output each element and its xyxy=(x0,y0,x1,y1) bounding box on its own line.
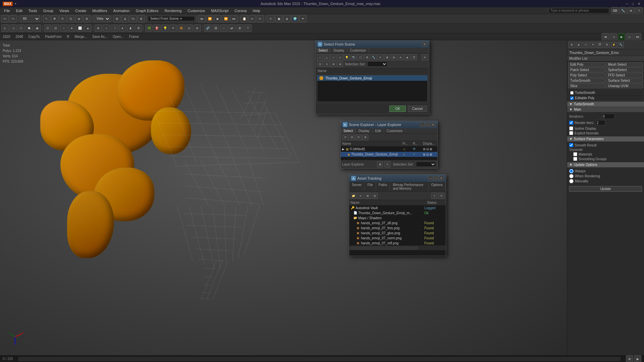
at-item-file[interactable]: 📄 Thumbs_Down_Gesture_Emoji_m... Ok xyxy=(349,210,446,216)
r2-btn-2[interactable]: ◁ xyxy=(9,24,17,32)
at-item-maps[interactable]: 📂 Maps / Shaders xyxy=(349,216,446,221)
main-sub-header[interactable]: ▼ Main xyxy=(567,107,644,112)
sfs-tb-10[interactable]: ≡ xyxy=(377,54,383,60)
update-button[interactable]: Update xyxy=(569,186,642,192)
turbosmooth-section-header[interactable]: ▼ TurboSmooth xyxy=(567,102,644,107)
move-tool[interactable]: ✥ xyxy=(51,15,58,22)
select-tool[interactable]: ↖ xyxy=(43,15,50,22)
se-minimize-btn[interactable]: ─ xyxy=(420,122,425,127)
at-tb-refresh[interactable]: ↻ xyxy=(438,193,444,199)
playback-prev-frame[interactable]: ◁ xyxy=(610,33,617,41)
editable-poly-checkbox[interactable] xyxy=(570,97,574,100)
r2-btn-10[interactable]: ⬜ xyxy=(76,24,84,32)
menu-maxscript[interactable]: MAXScript xyxy=(208,8,231,13)
at-item-refl[interactable]: ▣ hands_emoji_07_refl.png Found xyxy=(349,241,446,246)
paste-from[interactable]: PasteFrom xyxy=(45,35,61,39)
sfs-tb-4[interactable]: ◇ xyxy=(337,54,343,60)
at-menu-file[interactable]: File xyxy=(365,182,376,191)
ffd-select-btn[interactable]: FFD Select xyxy=(606,73,643,78)
sfs-tb-1[interactable]: ○ xyxy=(317,54,323,60)
sfs-ok-button[interactable]: OK xyxy=(389,106,406,112)
search-input[interactable] xyxy=(549,8,609,13)
rendering-2[interactable]: ◈ xyxy=(283,15,290,22)
r2-btn-7[interactable]: ⊟ xyxy=(52,24,59,32)
menu-create[interactable]: Create xyxy=(72,8,89,13)
sfs-tb-13[interactable]: A xyxy=(397,54,404,60)
at-menu-server[interactable]: Server xyxy=(349,182,365,191)
anim-btn-1[interactable]: ⏮ xyxy=(198,15,205,22)
se-maximize-btn[interactable]: □ xyxy=(425,122,430,127)
anim-btn-3[interactable]: ▶ xyxy=(214,15,221,22)
se-tb-add[interactable]: ⊕ xyxy=(362,134,368,140)
at-menu-bitmap[interactable]: Bitmap Performance and Memory xyxy=(390,182,428,191)
se-footer-btn-1[interactable]: ⊞ xyxy=(377,161,383,167)
panel-icon-5[interactable]: 🎬 xyxy=(597,42,603,48)
surface-select-btn[interactable]: Surface Select xyxy=(606,78,643,83)
bottom-btn-1[interactable]: ⊞ xyxy=(626,355,633,362)
r2-btn-20[interactable]: 💡 xyxy=(161,24,169,32)
se-tb-filter[interactable]: ⊡ xyxy=(349,134,355,140)
r2-btn-27[interactable]: ↔ xyxy=(220,24,227,32)
selection-set-dropdown[interactable]: Select From Scene ▾ xyxy=(148,16,195,21)
r2-btn-14[interactable]: ☽ xyxy=(111,24,118,32)
at-tb-3[interactable]: ⊞ xyxy=(365,193,371,199)
turbosmooth-checkbox[interactable] xyxy=(570,91,574,95)
r2-btn-15[interactable]: ♦ xyxy=(119,24,126,32)
sfs-close-x[interactable]: ✕ xyxy=(422,54,428,60)
disp-icon-1[interactable]: ⊞ xyxy=(423,147,426,151)
r2-btn-21[interactable]: ☀ xyxy=(169,24,177,32)
always-radio[interactable] xyxy=(569,169,574,173)
sfs-tb-9[interactable]: 🔧 xyxy=(371,54,377,60)
menu-animation[interactable]: Animation xyxy=(111,8,132,13)
sfs-tb-12[interactable]: ⊟ xyxy=(391,54,397,60)
at-item-dif[interactable]: ▣ hands_emoji_07_dif.png Found xyxy=(349,221,446,226)
view-dropdown[interactable]: View xyxy=(94,15,110,22)
r2-btn-17[interactable]: ⚙ xyxy=(135,24,142,32)
at-tb-2[interactable]: ≡ xyxy=(358,193,364,199)
sfs-case[interactable]: ⊕ xyxy=(330,61,336,67)
scale-tool[interactable]: ⊡ xyxy=(67,15,74,22)
manually-radio[interactable] xyxy=(569,179,574,183)
sfs-tb-3[interactable]: □ xyxy=(330,54,336,60)
panel-icon-7[interactable]: ⚡ xyxy=(611,42,617,48)
layers[interactable]: ≡ xyxy=(267,15,274,22)
sfs-cancel-button[interactable]: Cancel xyxy=(408,106,427,112)
rendering-1[interactable]: ◼ xyxy=(275,15,282,22)
menu-file[interactable]: File xyxy=(1,8,13,13)
playback-prev-key[interactable]: ⏮ xyxy=(602,33,609,41)
r2-btn-5[interactable]: ◉ xyxy=(34,24,41,32)
undo-button[interactable]: ↩ xyxy=(1,15,9,22)
snap-toggle[interactable]: ⊞ xyxy=(113,15,121,22)
toolbar-icon-1[interactable]: ⌨ xyxy=(611,7,619,14)
se-tab-select[interactable]: Select xyxy=(341,128,356,133)
layer-dropdown[interactable]: All xyxy=(20,15,40,22)
se-tab-customize[interactable]: Customize xyxy=(384,128,406,133)
se-sel-set-dropdown[interactable] xyxy=(416,162,436,167)
disp-icon-4[interactable]: ⊞ xyxy=(423,153,426,156)
r2-btn-24[interactable]: ⊛ xyxy=(194,24,201,32)
percent-snap[interactable]: % xyxy=(129,15,137,22)
sfs-item-1[interactable]: Thumbs_Down_Gesture_Emoji xyxy=(317,75,427,81)
panel-icon-3[interactable]: ⬡ xyxy=(583,42,589,48)
se-item-object[interactable]: ◉ Thumbs_Down_Gesture_Emoji ☼ ✓ ⊞ ⊟ ⊠ xyxy=(341,152,437,157)
at-minimize-btn[interactable]: ─ xyxy=(428,176,433,181)
playback-next-key[interactable]: ⏭ xyxy=(634,33,641,41)
r2-btn-28[interactable]: ⇄ xyxy=(228,24,235,32)
effects[interactable]: ✦ xyxy=(299,15,307,22)
sfs-tb-2[interactable]: △ xyxy=(324,54,330,60)
align[interactable]: ⊨ xyxy=(257,15,264,22)
named-select[interactable]: 📋 xyxy=(240,15,248,22)
bottom-btn-2[interactable]: ▶ xyxy=(634,355,641,362)
unwrap-uvw-btn[interactable]: Unwrap UVW xyxy=(606,83,643,88)
r2-btn-13[interactable]: ☼ xyxy=(103,24,110,32)
r2-btn-1[interactable]: ▷ xyxy=(1,24,9,32)
sfs-group[interactable]: ⊗ xyxy=(337,61,343,67)
toolbar-icon-4[interactable]: ? xyxy=(635,7,643,14)
se-tb-sync[interactable]: ↻ xyxy=(356,134,362,140)
sfs-tb-11[interactable]: ⊞ xyxy=(384,54,390,60)
at-item-glos[interactable]: ▣ hands_emoji_07_glos.png Found xyxy=(349,231,446,236)
at-path-input[interactable] xyxy=(349,250,446,255)
panel-icon-8[interactable]: 🔧 xyxy=(618,42,624,48)
r2-btn-25[interactable]: 🔗 xyxy=(204,24,211,32)
playback-next-frame[interactable]: ▷ xyxy=(626,33,633,41)
